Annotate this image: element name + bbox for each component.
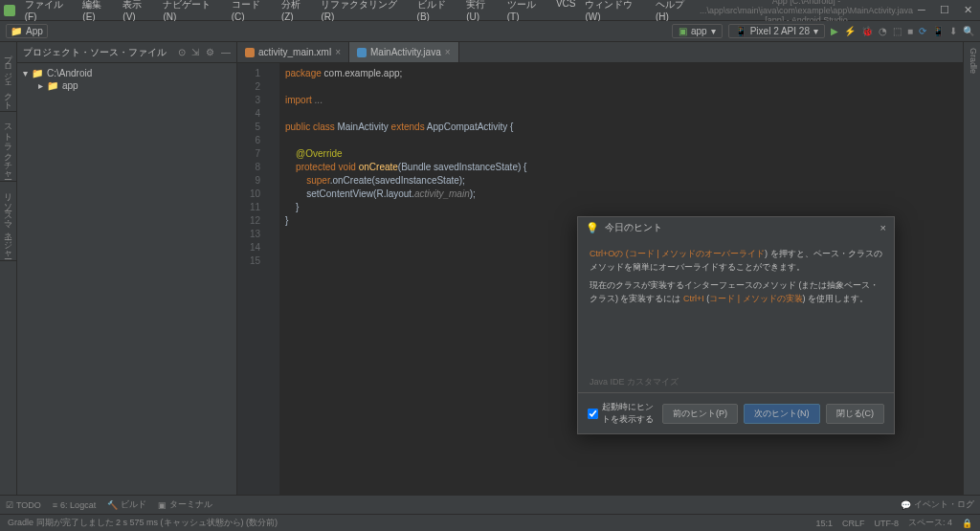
chevron-down-icon: ▾: [23, 68, 28, 78]
project-selector[interactable]: 📁 App: [6, 24, 48, 38]
status-bar: Gradle 同期が完了しました 2 s 575 ms (キャッシュ状態から) …: [0, 514, 980, 531]
debug-button[interactable]: 🐞: [861, 26, 873, 36]
maximize-button[interactable]: ☐: [936, 4, 953, 16]
project-sidebar: プロジェクト・ソース・ファイル ⊙ ⇲ ⚙ — ▾ 📁 C:\Android ▸…: [17, 42, 237, 495]
close-tab-icon[interactable]: ×: [445, 47, 451, 57]
project-tool-tab[interactable]: プロジェクト: [0, 42, 16, 112]
dialog-body: Ctrl+Oの (コード | メソッドのオーバーライド) を押すと、ベース・クラ…: [578, 238, 894, 372]
folder-icon: 📁: [47, 80, 58, 91]
next-tip-button[interactable]: 次のヒント(N): [744, 404, 820, 424]
sidebar-title: プロジェクト・ソース・ファイル: [23, 46, 174, 59]
search-everywhere-button[interactable]: 🔍: [963, 26, 974, 36]
stop-button[interactable]: ■: [907, 26, 913, 36]
indent-info[interactable]: スペース: 4: [908, 517, 952, 529]
cursor-position[interactable]: 15:1: [815, 519, 833, 528]
terminal-tool[interactable]: ▣ ターミナル: [158, 498, 212, 511]
tree-node-app[interactable]: ▸ 📁 app: [38, 79, 231, 92]
gutter: 123456789101112131415: [237, 63, 266, 495]
dialog-link[interactable]: Java IDE カスタマイズ: [578, 372, 894, 392]
attach-debugger-button[interactable]: ⬚: [893, 26, 902, 36]
xml-file-icon: [245, 48, 255, 57]
gradle-tool-tab[interactable]: Gradle: [964, 42, 980, 79]
minimize-button[interactable]: ─: [913, 4, 930, 16]
file-encoding[interactable]: UTF-8: [874, 519, 899, 528]
navigation-bar: 📁 App ▣ app ▾ 📱 Pixel 2 API 28 ▾ ▶ ⚡ 🐞 ◔…: [0, 21, 980, 42]
project-tree[interactable]: ▾ 📁 C:\Android ▸ 📁 app: [17, 63, 236, 96]
locate-icon[interactable]: ⊙: [178, 47, 186, 57]
chevron-down-icon: ▾: [813, 26, 818, 36]
bulb-icon: 💡: [586, 222, 599, 234]
gear-icon[interactable]: ⚙: [206, 47, 214, 57]
right-tool-strip: Gradle: [963, 42, 980, 495]
todo-tool[interactable]: ☑ TODO: [6, 500, 41, 510]
hide-sidebar-icon[interactable]: —: [221, 47, 231, 57]
tab-activity-main-xml[interactable]: activity_main.xml ×: [237, 42, 349, 62]
tab-main-activity-java[interactable]: MainActivity.java ×: [349, 42, 459, 62]
project-label: App: [26, 26, 43, 36]
run-config-select[interactable]: ▣ app ▾: [672, 24, 723, 38]
tree-root[interactable]: ▾ 📁 C:\Android: [23, 67, 231, 79]
dialog-close-icon[interactable]: ×: [880, 222, 886, 233]
folder-icon: 📁: [11, 26, 22, 36]
dialog-title: 今日のヒント: [605, 221, 880, 234]
chevron-right-icon: ▸: [38, 80, 43, 91]
event-log-tool[interactable]: 💬 イベント・ログ: [901, 498, 974, 511]
show-on-startup-checkbox[interactable]: 起動時にヒントを表示する: [588, 401, 657, 426]
folder-icon: 📁: [32, 68, 43, 78]
resources-tool-tab[interactable]: リソース・マネージャー: [0, 182, 16, 261]
line-separator[interactable]: CRLF: [842, 519, 865, 528]
bottom-tool-strip: ☑ TODO ≡ 6: Logcat 🔨 ビルド ▣ ターミナル 💬 イベント・…: [0, 495, 980, 514]
window-controls: ─ ☐ ✕: [913, 4, 976, 16]
tip-of-the-day-dialog: 💡 今日のヒント × Ctrl+Oの (コード | メソッドのオーバーライド) …: [577, 216, 895, 434]
checkbox-input[interactable]: [588, 409, 598, 419]
sync-gradle-button[interactable]: ⟳: [919, 26, 926, 36]
device-select[interactable]: 📱 Pixel 2 API 28 ▾: [728, 24, 825, 38]
profiler-button[interactable]: ◔: [879, 26, 887, 36]
sdk-manager-button[interactable]: ⬇: [949, 26, 957, 36]
apply-changes-button[interactable]: ⚡: [844, 26, 856, 36]
lock-icon[interactable]: 🔒: [962, 519, 972, 528]
title-bar: ファイル(F) 編集(E) 表示(V) ナビゲート(N) コード(C) 分析(Z…: [0, 0, 980, 21]
android-icon: ▣: [679, 26, 687, 36]
run-button[interactable]: ▶: [831, 26, 838, 36]
build-tool[interactable]: 🔨 ビルド: [107, 498, 146, 511]
structure-tool-tab[interactable]: ストラクチャー: [0, 112, 16, 182]
avd-manager-button[interactable]: 📱: [932, 26, 944, 36]
editor-area: activity_main.xml × MainActivity.java × …: [237, 42, 963, 495]
close-window-button[interactable]: ✕: [959, 4, 976, 16]
expand-icon[interactable]: ⇲: [191, 47, 199, 57]
logcat-tool[interactable]: ≡ 6: Logcat: [53, 500, 96, 510]
left-tool-strip: プロジェクト ストラクチャー リソース・マネージャー: [0, 42, 17, 495]
chevron-down-icon: ▾: [711, 26, 716, 36]
previous-tip-button[interactable]: 前のヒント(P): [662, 404, 738, 424]
close-tab-icon[interactable]: ×: [335, 47, 341, 57]
status-message: Gradle 同期が完了しました 2 s 575 ms (キャッシュ状態から) …: [8, 517, 278, 529]
editor-tabs: activity_main.xml × MainActivity.java ×: [237, 42, 963, 63]
close-dialog-button[interactable]: 閉じる(C): [826, 404, 885, 424]
android-studio-logo-icon: [4, 5, 15, 16]
phone-icon: 📱: [735, 26, 746, 36]
java-file-icon: [357, 48, 367, 57]
